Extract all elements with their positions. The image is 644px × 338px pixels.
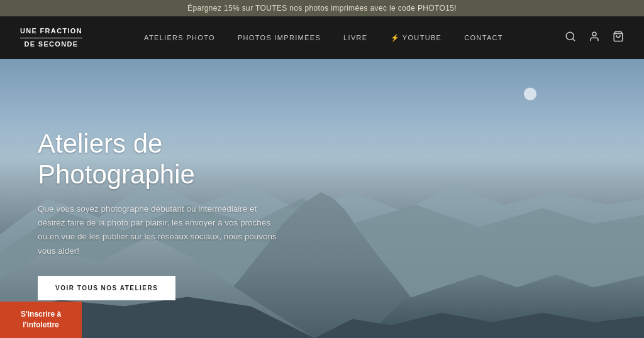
logo-line1: UNE FRACTION (20, 26, 82, 36)
nav-item-photos-imprimees[interactable]: PHOTOS IMPRIMÉES (238, 34, 321, 41)
logo[interactable]: UNE FRACTION DE SECONDE (20, 26, 82, 49)
logo-divider (20, 38, 82, 38)
header: UNE FRACTION DE SECONDE ATELIERS PHOTO P… (0, 16, 644, 59)
cta-button[interactable]: VOIR TOUS NOS ATELIERS (38, 276, 175, 300)
nav-item-ateliers-photo[interactable]: ATELIERS PHOTO (144, 34, 215, 41)
nav-item-contact[interactable]: CONTACT (464, 34, 503, 41)
hero-description: Que vous soyez photographe débutant ou i… (38, 202, 277, 258)
main-nav: ATELIERS PHOTO PHOTOS IMPRIMÉES LIVRE ⚡Y… (82, 34, 565, 42)
announcement-bar: Épargnez 15% sur TOUTES nos photos impri… (0, 0, 644, 16)
logo-line2: DE SECONDE (20, 40, 82, 49)
svg-line-1 (572, 38, 574, 40)
page-wrapper: Épargnez 15% sur TOUTES nos photos impri… (0, 0, 644, 338)
svg-point-2 (592, 32, 596, 36)
search-icon[interactable] (565, 31, 576, 45)
hero-title: Ateliers de Photographie (38, 129, 302, 190)
newsletter-button[interactable]: S'inscrire à l'infolettre (0, 302, 82, 338)
header-icons (565, 31, 624, 45)
hero-section: Ateliers de Photographie Que vous soyez … (0, 59, 644, 338)
svg-point-4 (524, 87, 536, 100)
lightning-icon: ⚡ (391, 34, 400, 42)
hero-content: Ateliers de Photographie Que vous soyez … (38, 129, 302, 300)
announcement-text: Épargnez 15% sur TOUTES nos photos impri… (187, 4, 457, 13)
user-icon[interactable] (589, 31, 600, 45)
nav-item-livre[interactable]: LIVRE (343, 34, 367, 41)
cart-icon[interactable] (613, 31, 624, 45)
nav-item-youtube[interactable]: ⚡YOUTUBE (391, 34, 442, 42)
